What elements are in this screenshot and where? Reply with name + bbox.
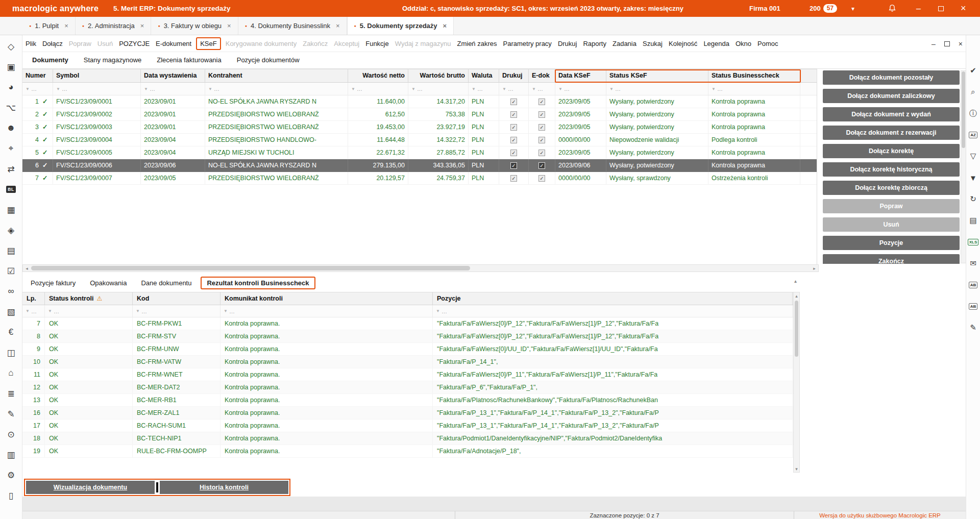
column-header-data-wystawienia[interactable]: Data wystawienia [141,69,205,82]
subtab-pozycje-dokumentow[interactable]: Pozycje dokumentów [229,52,307,68]
menu-item-funkcje[interactable]: Funkcje [362,36,392,51]
security-icon[interactable]: ⊙ [0,424,22,444]
table-row[interactable]: 3✓FV/SC1/23/09/00032023/09/01PRZEDSIĘBIO… [22,121,817,134]
list-item[interactable]: 11OKBC-FRM-WNETKontrola poprawna."Faktur… [22,368,793,381]
button-dolacz-korekte-historyczna[interactable]: Dołącz korektę historyczną [823,162,960,177]
navigator-icon[interactable]: ◇ [0,36,22,57]
button-historia-kontroli[interactable]: Historia kontroli [160,481,288,494]
refresh-icon[interactable]: ↻ [966,188,980,210]
table-row[interactable]: 6✓FV/SC1/23/09/00062023/09/06NO-EL SPÓŁK… [22,159,817,172]
menu-item-parametry-pracy[interactable]: Parametry pracy [500,36,555,51]
menu-item-e-dokument[interactable]: E-dokument [153,36,194,51]
signature-icon[interactable]: ✎ [0,404,22,424]
currency-euro-icon[interactable]: € [0,322,22,342]
tab-1-pulpit[interactable]: ●1. Pulpit× [22,17,76,35]
list-item[interactable]: 19OKRULE-BC-FRM-OOMPPKontrola poprawna."… [22,445,793,458]
control-header-kod[interactable]: Kod [133,292,220,305]
control-filter-items[interactable]: ▼… [433,305,793,317]
print-icon[interactable]: ▤ [966,210,980,231]
control-filter-message[interactable]: ▼… [220,305,433,317]
sort-az-icon[interactable]: AZ [966,124,980,145]
structure-icon[interactable]: ⌥ [0,97,22,118]
subtab-zlecenia-fakturowania[interactable]: Zlecenia fakturowania [149,52,229,68]
minimize-icon[interactable]: – [916,0,921,17]
button-dolacz-dokument-zaliczkowy[interactable]: Dołącz dokument zaliczkowy [823,89,960,103]
filter-ksef_status[interactable]: ▼… [606,83,708,95]
column-header-data-ksef[interactable]: Data KSeF [555,69,606,82]
filter-currency[interactable]: ▼… [469,83,499,95]
bottom-tab-dane-dokumentu[interactable]: Dane dokumentu [134,277,199,289]
checkbox-print[interactable]: ✓ [510,124,517,131]
button-dolacz-dokument-pozostaly[interactable]: Dołącz dokument pozostały [823,70,960,85]
archive-icon[interactable]: ▧ [0,302,22,322]
tab-close-icon[interactable]: × [64,22,68,30]
filter-gross[interactable]: ▼… [408,83,469,95]
list-item[interactable]: 8OKBC-FRM-STVKontrola poprawna."Faktura/… [22,330,793,343]
button-pozycje[interactable]: Pozycje [823,236,960,250]
column-header-symbol[interactable]: Symbol [53,69,141,82]
filter-symbol[interactable]: ▼… [53,83,141,95]
bank-icon[interactable]: ⌂ [0,363,22,383]
filter-bc_status[interactable]: ▼… [708,83,800,95]
list-item[interactable]: 18OKBC-TECH-NIP1Kontrola poprawna."Faktu… [22,432,793,445]
menu-item-pomoc[interactable]: Pomoc [754,36,781,51]
column-header-numer[interactable]: Numer [22,69,53,82]
table-row[interactable]: 5✓FV/SC1/23/09/00052023/09/04URZĄD MIEJS… [22,146,817,159]
document-edit-icon[interactable]: ✎ [966,317,980,338]
menu-item-raporty[interactable]: Raporty [580,36,609,51]
panel-scrollbar-thumb[interactable] [962,71,965,148]
filter-net[interactable]: ▼… [348,83,408,95]
filter-edok[interactable]: ▼… [529,83,555,95]
notification-counter[interactable]: 200 57 [810,0,837,17]
menu-item-zmien-zakres[interactable]: Zmień zakres [454,36,500,51]
confirm-icon[interactable]: ✔ [966,60,980,81]
panel-scrollbar[interactable] [961,70,966,263]
close-icon[interactable]: × [961,0,966,17]
tasks-icon[interactable]: ☑ [0,261,22,281]
menu-item-pozycje[interactable]: POZYCJE [116,36,153,51]
column-header-e-dok[interactable]: E-dok [529,69,555,82]
table-row[interactable]: 2✓FV/SC1/23/09/00022023/09/01PRZEDSIĘBIO… [22,108,817,121]
horizontal-scrollbar-thumb[interactable] [31,266,470,270]
control-filter-status[interactable]: ▼… [45,305,133,317]
control-table-scrollbar[interactable]: ▴ ▾ [793,292,800,473]
tab-5-dokumenty-sprzedazy[interactable]: ●5. Dokumenty sprzedaży× [347,17,454,35]
window-restore-icon[interactable] [944,41,950,46]
filter-clear-icon[interactable]: ▼ [966,167,980,188]
search-icon[interactable]: ⌕ [966,81,980,103]
checkbox-edok[interactable]: ✓ [538,150,545,156]
measures-icon[interactable]: ≣ [0,383,22,404]
control-header-komunikat-kontroli[interactable]: Komunikat kontroli [220,292,433,305]
trash-icon[interactable]: ▯ [0,485,22,506]
info-icon[interactable]: ⓘ [966,103,980,124]
tab-4-dokumenty-businesslink[interactable]: ●4. Dokumenty Businesslink× [238,17,347,35]
cooperation-icon[interactable]: ∞ [0,281,22,302]
checkbox-print[interactable]: ✓ [510,98,517,105]
reports-pie-icon[interactable]: ◕ [0,77,22,97]
column-header-drukuj[interactable]: Drukuj [499,69,529,82]
field-edit-icon[interactable]: AB [966,274,980,295]
filter-print[interactable]: ▼… [499,83,529,95]
control-scrollbar-thumb[interactable] [795,301,798,357]
column-header-kontrahent[interactable]: Kontrahent [205,69,348,82]
collapse-panel-icon[interactable]: ▴ [794,278,797,284]
menu-item-drukuj[interactable]: Drukuj [555,36,580,51]
bottom-tab-opakowania[interactable]: Opakowania [83,277,134,289]
tools-icon[interactable]: ⚙ [0,465,22,485]
exchange-icon[interactable]: ⇄ [0,159,22,179]
checkbox-print[interactable]: ✓ [510,137,517,143]
column-header-status-businesscheck[interactable]: Status Businesscheck [708,69,800,82]
list-item[interactable]: 9OKBC-FRM-UNWKontrola poprawna."Faktura/… [22,343,793,356]
tab-close-icon[interactable]: × [336,22,340,30]
menu-item-legenda[interactable]: Legenda [700,36,732,51]
table-row[interactable]: 4✓FV/SC1/23/09/00042023/09/04PRZEDSIĘBIO… [22,134,817,146]
subtab-dokumenty[interactable]: Dokumenty [24,52,76,68]
list-item[interactable]: 16OKBC-MER-ZAL1Kontrola poprawna."Faktur… [22,407,793,419]
filter-icon[interactable]: ▽ [966,145,980,167]
tab-close-icon[interactable]: × [443,22,447,30]
table-row[interactable]: 1✓FV/SC1/23/09/00012023/09/01NO-EL SPÓŁK… [22,95,817,108]
excel-export-icon[interactable]: XLS [966,231,980,253]
window-minimize-icon[interactable]: – [932,40,936,48]
contractors-icon[interactable]: ☻ [0,118,22,138]
column-header-wartosc-netto[interactable]: Wartość netto [348,69,408,82]
